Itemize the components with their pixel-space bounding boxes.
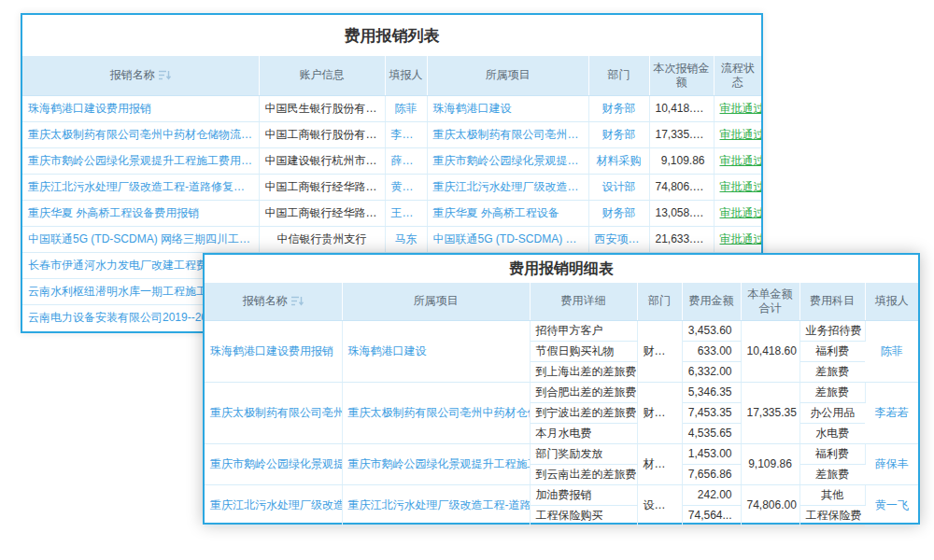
reporter-cell: 李若若: [865, 382, 918, 443]
table-row: 珠海鹤港口建设费用报销 珠海鹤港口建设 招待甲方客户 财务部 3,453.60 …: [205, 320, 918, 341]
col-header-project: 所属项目: [427, 56, 588, 95]
amount-cell: 4,535.65: [682, 423, 741, 443]
dept-cell: 西安项目部: [588, 226, 649, 252]
amount-cell: 74,806.00: [649, 174, 714, 200]
project-cell: 珠海鹤港口建设: [342, 320, 530, 382]
detail-cell: 部门奖励发放: [530, 443, 637, 464]
category-cell: 水电费: [800, 423, 865, 443]
detail-cell: 到宁波出差的差旅费: [530, 402, 637, 423]
amount-cell: 9,109.86: [649, 147, 714, 174]
table-row: 重庆市鹅岭公园绿化景观提升工程施工费用报销 中国建设银行杭州市上... 薛保丰 …: [22, 147, 761, 174]
status-link[interactable]: 审批通过: [720, 232, 762, 245]
detail-cell: 到云南出差的差旅费: [530, 464, 637, 484]
expense-detail-table: 报销名称 所属项目 费用详细 部门 费用金额 本: [205, 283, 918, 526]
project-cell: 重庆市鹅岭公园绿化景观提升...: [427, 147, 588, 174]
report-name-link[interactable]: 珠海鹤港口建设费用报销: [205, 320, 342, 382]
project-cell: 重庆江北污水处理厂级改造工程-道路修复工程: [342, 484, 530, 525]
report-name-link[interactable]: 重庆江北污水处理厂级改造工程-道路修复工程费用...: [22, 174, 259, 200]
dept-cell: 财务部: [637, 320, 682, 382]
dept-cell: 设计部: [637, 484, 682, 525]
table-row: 重庆太极制药有限公司亳州中药材仓储物流基地项... 中国工商银行股份有限... …: [22, 121, 761, 147]
canvas: 费用报销列表 报销名称: [0, 0, 934, 560]
account-cell: 中国工商银行经华路支行: [259, 174, 385, 200]
report-name-link[interactable]: 珠海鹤港口建设费用报销: [22, 95, 259, 121]
account-cell: 中国工商银行股份有限...: [259, 121, 385, 147]
detail-cell: 工程保险购买: [530, 505, 637, 525]
total-cell: 10,418.60: [741, 320, 800, 382]
dept-cell: 材料采购: [637, 443, 682, 484]
report-name-link[interactable]: 重庆华夏 外高桥工程设备费用报销: [22, 200, 259, 226]
table-row: 重庆江北污水处理厂级改造工程-道路修复工程费用报销 重庆江北污水处理厂级改造工程…: [205, 484, 918, 505]
reporter-cell: 黄一飞: [385, 174, 427, 200]
status-link[interactable]: 审批通过: [720, 206, 762, 219]
sort-lines-icon[interactable]: [291, 296, 304, 306]
amount-cell: 7,453.35: [682, 402, 741, 423]
reporter-cell: 李若若: [385, 121, 427, 147]
amount-cell: 6,332.00: [682, 361, 741, 382]
col-header-dept: 部门: [588, 56, 649, 95]
report-name-link[interactable]: 重庆江北污水处理厂级改造工程-道路修复工程费用报销: [205, 484, 342, 525]
status-link[interactable]: 审批通过: [720, 102, 762, 115]
col-header-expense-amount: 费用金额: [682, 283, 741, 320]
table-row: 重庆江北污水处理厂级改造工程-道路修复工程费用... 中国工商银行经华路支行 黄…: [22, 174, 761, 200]
status-link[interactable]: 审批通过: [720, 128, 762, 141]
status-link[interactable]: 审批通过: [720, 180, 762, 193]
amount-cell: 10,418.60: [649, 95, 714, 121]
category-cell: 其他: [800, 484, 865, 505]
reporter-cell: 黄一飞: [865, 484, 918, 525]
table-row: 重庆市鹅岭公园绿化景观提升工程施工费用报销 重庆市鹅岭公园绿化景观提升工程施工 …: [205, 443, 918, 464]
col-header-category: 费用科目: [800, 283, 865, 320]
amount-cell: 17,335.35: [649, 121, 714, 147]
table-row: 重庆太极制药有限公司亳州中药材仓储物流基地项目 重庆太极制药有限公司亳州中药材仓…: [205, 382, 918, 402]
amount-cell: 21,633.00: [649, 226, 714, 252]
category-cell: 办公用品: [800, 402, 865, 423]
amount-cell: 7,656.86: [682, 464, 741, 484]
total-cell: 74,806.00: [741, 484, 800, 525]
col-header-reporter: 填报人: [865, 283, 918, 320]
project-cell: 中国联通5G (TD-SCDMA) 网...: [427, 226, 588, 252]
amount-cell: 3,453.60: [682, 320, 741, 341]
expense-list-title: 费用报销列表: [22, 15, 761, 56]
reporter-cell: 王可可: [385, 200, 427, 226]
report-name-link[interactable]: 重庆太极制药有限公司亳州中药材仓储物流基地项...: [22, 121, 259, 147]
amount-cell: 74,564...: [682, 505, 741, 525]
sort-lines-icon[interactable]: [159, 70, 171, 80]
col-header-dept: 部门: [637, 283, 682, 320]
detail-cell: 节假日购买礼物: [530, 341, 637, 361]
status-link[interactable]: 审批通过: [720, 154, 762, 167]
col-header-report-name: 报销名称: [205, 283, 342, 320]
total-cell: 9,109.86: [741, 443, 800, 484]
amount-cell: 13,058.45: [649, 200, 714, 226]
account-cell: 中国建设银行杭州市上...: [259, 147, 385, 174]
col-header-account: 账户信息: [259, 56, 385, 95]
col-header-expense-detail: 费用详细: [530, 283, 637, 320]
amount-cell: 1,453.00: [682, 443, 741, 464]
account-cell: 中国工商银行经华路支行: [259, 200, 385, 226]
expense-detail-header-row: 报销名称 所属项目 费用详细 部门 费用金额 本: [205, 283, 918, 320]
reporter-cell: 陈菲: [385, 95, 427, 121]
dept-cell: 财务部: [588, 95, 649, 121]
report-name-link[interactable]: 重庆市鹅岭公园绿化景观提升工程施工费用报销: [22, 147, 259, 174]
report-name-link[interactable]: 重庆太极制药有限公司亳州中药材仓储物流基地项目: [205, 382, 342, 443]
reporter-cell: 陈菲: [865, 320, 918, 382]
category-cell: 差旅费: [800, 464, 865, 484]
detail-cell: 到上海出差的差旅费: [530, 361, 637, 382]
col-header-report-name-label: 报销名称: [110, 68, 155, 82]
amount-cell: 242.00: [682, 484, 741, 505]
reporter-cell: 薛保丰: [865, 443, 918, 484]
account-cell: 中国民生银行股份有限...: [259, 95, 385, 121]
category-cell: 工程保险费: [800, 505, 865, 525]
dept-cell: 设计部: [588, 174, 649, 200]
col-header-amount: 本次报销金额: [649, 56, 714, 95]
detail-cell: 本月水电费: [530, 423, 637, 443]
project-cell: 重庆华夏 外高桥工程设备: [427, 200, 588, 226]
category-cell: 业务招待费: [800, 320, 865, 341]
project-cell: 重庆江北污水处理厂级改造工...: [427, 174, 588, 200]
report-name-link[interactable]: 重庆市鹅岭公园绿化景观提升工程施工费用报销: [205, 443, 342, 484]
detail-cell: 招待甲方客户: [530, 320, 637, 341]
account-cell: 中信银行贵州支行: [259, 226, 385, 252]
dept-cell: 材料采购: [588, 147, 649, 174]
project-cell: 重庆太极制药有限公司亳州中...: [427, 121, 588, 147]
reporter-cell: 马东: [385, 226, 427, 252]
report-name-link[interactable]: 中国联通5G (TD-SCDMA) 网络三期四川工程费...: [22, 226, 259, 252]
